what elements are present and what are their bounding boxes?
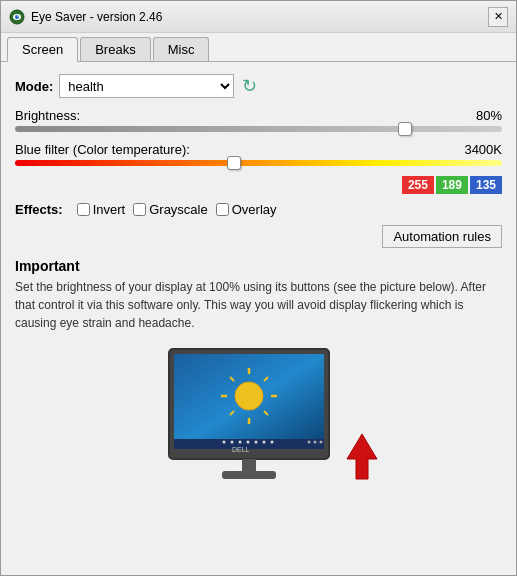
svg-rect-29 — [222, 471, 276, 479]
grayscale-label: Grayscale — [149, 202, 208, 217]
svg-rect-28 — [242, 459, 256, 471]
automation-rules-button[interactable]: Automation rules — [382, 225, 502, 248]
title-bar: Eye Saver - version 2.46 ✕ — [1, 1, 516, 33]
svg-point-19 — [238, 441, 241, 444]
grayscale-checkbox-label[interactable]: Grayscale — [133, 202, 208, 217]
svg-point-24 — [307, 441, 310, 444]
close-button[interactable]: ✕ — [488, 7, 508, 27]
title-bar-left: Eye Saver - version 2.46 — [9, 9, 162, 25]
tab-bar: Screen Breaks Misc — [1, 33, 516, 62]
blue-filter-value: 3400K — [464, 142, 502, 157]
svg-text:DELL: DELL — [232, 446, 250, 453]
mode-select[interactable]: health normal night custom — [59, 74, 234, 98]
blue-filter-track[interactable] — [15, 160, 502, 166]
automation-row: Automation rules — [15, 225, 502, 248]
effects-label: Effects: — [15, 202, 63, 217]
arrow-icon — [332, 429, 387, 484]
overlay-label: Overlay — [232, 202, 277, 217]
svg-point-20 — [246, 441, 249, 444]
svg-marker-30 — [347, 434, 377, 479]
important-section: Important Set the brightness of your dis… — [15, 258, 502, 332]
brightness-row: Brightness: 80% — [15, 108, 502, 132]
brightness-thumb[interactable] — [398, 122, 412, 136]
overlay-checkbox[interactable] — [216, 203, 229, 216]
monitor-area: DELL — [15, 344, 502, 489]
tab-content: Mode: health normal night custom ↻ Brigh… — [1, 62, 516, 575]
svg-point-21 — [254, 441, 257, 444]
overlay-checkbox-label[interactable]: Overlay — [216, 202, 277, 217]
invert-checkbox-label[interactable]: Invert — [77, 202, 126, 217]
important-text: Set the brightness of your display at 10… — [15, 278, 502, 332]
svg-point-22 — [262, 441, 265, 444]
color-box-red: 255 — [402, 176, 434, 194]
tab-breaks[interactable]: Breaks — [80, 37, 150, 61]
color-box-blue: 135 — [470, 176, 502, 194]
blue-filter-label: Blue filter (Color temperature): — [15, 142, 190, 157]
svg-point-23 — [270, 441, 273, 444]
app-icon — [9, 9, 25, 25]
svg-point-3 — [17, 15, 18, 16]
grayscale-checkbox[interactable] — [133, 203, 146, 216]
svg-point-18 — [230, 441, 233, 444]
brightness-track[interactable] — [15, 126, 502, 132]
main-window: Eye Saver - version 2.46 ✕ Screen Breaks… — [0, 0, 517, 576]
svg-point-7 — [235, 382, 263, 410]
blue-filter-thumb[interactable] — [227, 156, 241, 170]
svg-point-25 — [313, 441, 316, 444]
important-title: Important — [15, 258, 502, 274]
color-boxes: 255 189 135 — [15, 176, 502, 194]
invert-label: Invert — [93, 202, 126, 217]
color-box-green: 189 — [436, 176, 468, 194]
invert-checkbox[interactable] — [77, 203, 90, 216]
mode-row: Mode: health normal night custom ↻ — [15, 74, 502, 98]
svg-point-17 — [222, 441, 225, 444]
brightness-label: Brightness: — [15, 108, 80, 123]
tab-screen[interactable]: Screen — [7, 37, 78, 62]
refresh-icon[interactable]: ↻ — [242, 75, 257, 97]
svg-point-26 — [319, 441, 322, 444]
mode-label: Mode: — [15, 79, 53, 94]
brightness-value: 80% — [476, 108, 502, 123]
blue-filter-row: Blue filter (Color temperature): 3400K — [15, 142, 502, 166]
effects-row: Effects: Invert Grayscale Overlay — [15, 202, 502, 217]
window-title: Eye Saver - version 2.46 — [31, 10, 162, 24]
tab-misc[interactable]: Misc — [153, 37, 210, 61]
monitor-image: DELL — [164, 344, 354, 489]
